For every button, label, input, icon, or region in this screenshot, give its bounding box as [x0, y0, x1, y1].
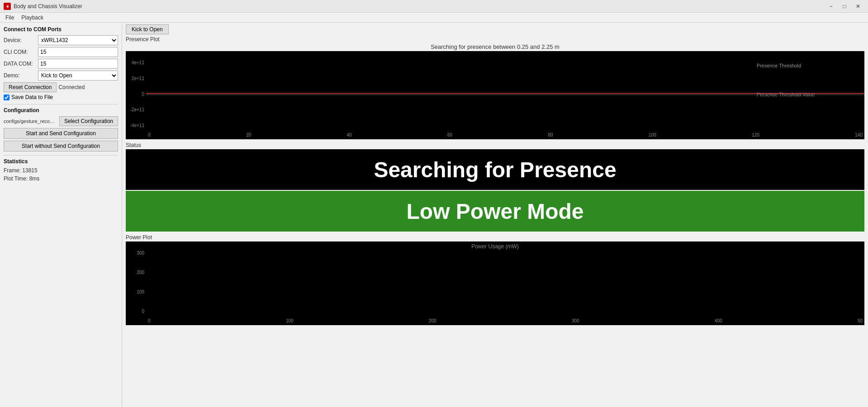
- power-chart-title: Power Usage (mW): [471, 243, 519, 250]
- power-x-axis: 0 100 200 300 400 50: [146, 318, 864, 323]
- frame-row: Frame: 13815: [4, 167, 118, 174]
- power-x-5: 50: [858, 318, 863, 323]
- power-x-3: 300: [572, 318, 579, 323]
- presence-threshold-value-label: Presence Threshold Value: [757, 92, 815, 97]
- presence-chart-heading: Searching for presence between 0.25 and …: [126, 43, 864, 50]
- searching-panel: Searching for Presence: [126, 149, 864, 190]
- data-com-input[interactable]: [38, 59, 118, 69]
- connect-section-title: Connect to COM Ports: [4, 26, 118, 33]
- power-y-axis: 300 200 100 0: [126, 251, 146, 314]
- presence-threshold-label: Presence Threshold: [757, 63, 801, 68]
- presence-chart-svg: Presence Threshold Presence Threshold Va…: [146, 60, 864, 129]
- config-file-row: configs/gesture_recognition_K2O.cfg Sele…: [4, 116, 118, 126]
- select-config-button[interactable]: Select Configuration: [59, 116, 118, 126]
- presence-chart: 4e+11 2e+11 0 -2e+11 -4e+11 Presence Thr…: [126, 51, 864, 139]
- window-controls: − □ ✕: [825, 2, 864, 11]
- presence-x-axis: 0 20 40 60 80 100 120 140: [146, 133, 864, 137]
- x-label-0: 0: [148, 133, 151, 137]
- minimize-button[interactable]: −: [825, 2, 837, 11]
- demo-row: Demo: Kick to Open: [4, 71, 118, 80]
- presence-plot-title: Presence Plot: [126, 36, 864, 43]
- menu-bar: File Playback: [0, 13, 868, 23]
- y-label-2: 0: [142, 92, 144, 97]
- start-send-config-button[interactable]: Start and Send Configuration: [4, 128, 118, 139]
- x-label-4: 80: [548, 133, 553, 137]
- menu-playback[interactable]: Playback: [18, 14, 47, 22]
- connection-status: Connected: [58, 84, 85, 90]
- x-label-5: 100: [649, 133, 656, 137]
- low-power-text: Low Power Mode: [406, 199, 583, 224]
- cli-com-row: CLI COM:: [4, 47, 118, 57]
- presence-y-axis: 4e+11 2e+11 0 -2e+11 -4e+11: [126, 60, 146, 128]
- device-select[interactable]: xWRL1432: [38, 35, 118, 45]
- stats-section-title: Statistics: [4, 158, 118, 165]
- cli-com-input[interactable]: [38, 47, 118, 57]
- device-label: Device:: [4, 37, 36, 43]
- main-content: Kick to Open Presence Plot Searching for…: [122, 23, 868, 407]
- plot-time-row: Plot Time: 8ms: [4, 175, 118, 182]
- close-button[interactable]: ✕: [852, 2, 864, 11]
- save-data-label: Save Data to File: [11, 94, 53, 100]
- y-label-0: 4e+11: [132, 60, 144, 65]
- x-label-2: 40: [347, 133, 352, 137]
- x-label-7: 140: [855, 133, 863, 137]
- plot-time-value: 8ms: [29, 175, 40, 182]
- y-label-1: 2e+11: [132, 76, 144, 81]
- power-y-2: 100: [137, 289, 144, 294]
- y-label-3: -2e+11: [130, 107, 144, 112]
- presence-plot-area: Presence Threshold Presence Threshold Va…: [146, 60, 864, 129]
- svg-text:★: ★: [6, 5, 9, 9]
- power-y-0: 300: [137, 251, 144, 256]
- plot-time-label: Plot Time:: [4, 175, 29, 182]
- menu-file[interactable]: File: [2, 14, 18, 22]
- title-bar: ★ Body and Chassis Visualizer − □ ✕: [0, 0, 868, 13]
- power-x-0: 0: [148, 318, 151, 323]
- save-data-row: Save Data to File: [4, 94, 118, 100]
- sidebar: Connect to COM Ports Device: xWRL1432 CL…: [0, 23, 122, 407]
- low-power-panel: Low Power Mode: [126, 191, 864, 232]
- x-label-1: 20: [246, 133, 251, 137]
- reset-row: Reset Connection Connected: [4, 82, 118, 92]
- power-x-2: 200: [429, 318, 436, 323]
- data-com-label: DATA COM:: [4, 61, 36, 67]
- config-section-title: Configuration: [4, 107, 118, 114]
- app-body: Connect to COM Ports Device: xWRL1432 CL…: [0, 23, 868, 407]
- power-chart: Power Usage (mW) 300 200 100 0 0 100 200…: [126, 241, 864, 325]
- reset-connection-button[interactable]: Reset Connection: [4, 82, 57, 92]
- save-data-checkbox[interactable]: [4, 95, 9, 100]
- device-row: Device: xWRL1432: [4, 35, 118, 45]
- kick-to-open-button[interactable]: Kick to Open: [126, 24, 169, 34]
- power-plot-area: [146, 251, 864, 315]
- power-chart-svg: [146, 251, 864, 315]
- title-bar-left: ★ Body and Chassis Visualizer: [4, 3, 82, 10]
- config-file-path: configs/gesture_recognition_K2O.cfg: [4, 118, 57, 124]
- frame-value: 13815: [22, 167, 37, 174]
- power-plot-title: Power Plot: [126, 234, 864, 241]
- app-icon: ★: [4, 3, 11, 10]
- start-without-send-button[interactable]: Start without Send Configuration: [4, 141, 118, 151]
- demo-label: Demo:: [4, 72, 36, 79]
- x-label-3: 60: [447, 133, 452, 137]
- demo-select[interactable]: Kick to Open: [38, 71, 118, 80]
- cli-com-label: CLI COM:: [4, 49, 36, 55]
- power-y-3: 0: [142, 309, 144, 314]
- x-label-6: 120: [752, 133, 759, 137]
- window-title: Body and Chassis Visualizer: [14, 3, 82, 9]
- maximize-button[interactable]: □: [838, 2, 851, 11]
- power-y-1: 200: [137, 270, 144, 275]
- data-com-row: DATA COM:: [4, 59, 118, 69]
- kick-btn-area: Kick to Open: [126, 24, 864, 34]
- status-title: Status: [126, 142, 864, 148]
- frame-label: Frame:: [4, 167, 22, 174]
- power-x-1: 100: [286, 318, 294, 323]
- power-x-4: 400: [715, 318, 722, 323]
- y-label-4: -4e+11: [130, 123, 144, 128]
- searching-text: Searching for Presence: [374, 157, 616, 182]
